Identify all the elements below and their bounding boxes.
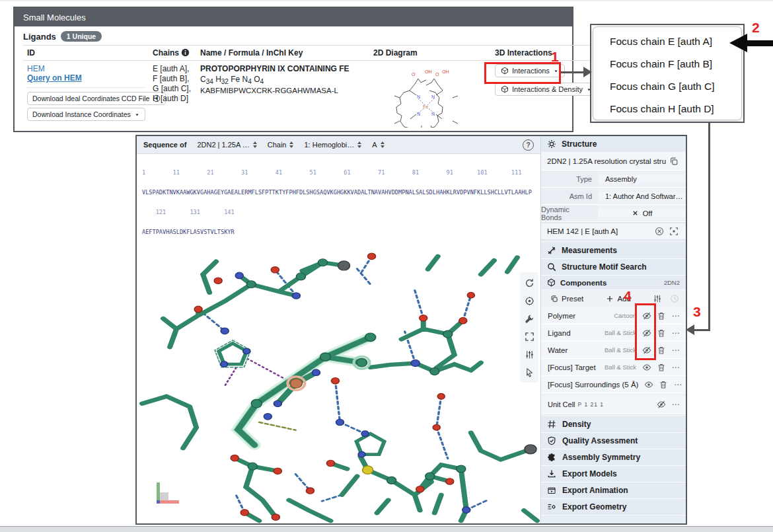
annotation-label-1: 1 xyxy=(551,49,559,65)
trash-icon[interactable] xyxy=(656,380,671,389)
molecular-scene xyxy=(137,251,540,523)
ligand-name: PROTOPORPHYRIN IX CONTAINING FE xyxy=(200,64,365,73)
menu-item-focus-chain-f[interactable]: Focus chain F [auth B] xyxy=(610,53,741,75)
screenshot-icon[interactable] xyxy=(523,294,536,307)
trash-icon[interactable] xyxy=(654,328,669,338)
structure-select[interactable]: 2DN2 | 1.25A … xyxy=(197,141,256,149)
updown-icon xyxy=(381,141,385,148)
visibility-on-icon[interactable] xyxy=(642,380,656,389)
svg-text:O: O xyxy=(412,72,416,77)
sequence-of-label: Sequence of xyxy=(143,141,186,149)
col-header-chains: Chains xyxy=(149,46,196,61)
film-box-icon xyxy=(547,486,556,495)
assembly-symmetry-section[interactable]: Assembly Symmetry xyxy=(541,449,686,466)
focus-chain-menu: Focus chain E [auth A] Focus chain F [au… xyxy=(593,26,742,120)
component-row-water[interactable]: Water Ball & Stick ⋯ xyxy=(541,342,686,359)
deselect-icon[interactable] xyxy=(652,227,667,236)
history-icon[interactable] xyxy=(667,294,682,303)
trash-icon[interactable] xyxy=(654,311,669,321)
components-entry-tag: 2DN2 xyxy=(664,279,680,286)
unit-cell-row[interactable]: Unit Cell P 1 21 1 ⋯ xyxy=(541,396,686,414)
sequence-ruler-2: 121 131 141 xyxy=(142,209,535,215)
more-options-icon[interactable]: ⋯ xyxy=(669,313,683,319)
type-value[interactable]: Assembly xyxy=(598,175,686,183)
dynamic-bonds-toggle[interactable]: Off xyxy=(598,209,686,217)
components-section[interactable]: Components 2DN2 xyxy=(541,276,686,290)
component-row-polymer[interactable]: Polymer Cartoon ⋯ xyxy=(541,307,686,324)
info-icon[interactable] xyxy=(181,48,190,57)
x-icon xyxy=(632,209,639,217)
chain-select[interactable]: Chain xyxy=(268,141,294,149)
structure-motif-search-section[interactable]: Structure Motif Search xyxy=(541,259,686,276)
annotation-arrow-2-head xyxy=(729,34,747,52)
expand-icon[interactable] xyxy=(523,330,536,343)
export-models-section[interactable]: Export Models xyxy=(541,466,686,482)
menu-item-focus-chain-g[interactable]: Focus chain G [auth C] xyxy=(610,75,741,98)
trash-icon[interactable] xyxy=(654,346,669,355)
preset-button[interactable]: Preset xyxy=(547,293,587,304)
axes-widget[interactable] xyxy=(157,481,179,504)
component-row-ligand[interactable]: Ligand Ball & Stick ⋯ xyxy=(541,324,686,342)
asm-id-row: Asm Id 1: Author And Softwar… xyxy=(541,188,686,205)
density-section[interactable]: Density xyxy=(541,416,686,433)
export-geometry-section[interactable]: Export Geometry xyxy=(541,499,686,515)
visibility-off-icon[interactable] xyxy=(654,400,669,409)
trash-icon[interactable] xyxy=(654,363,669,372)
menu-item-focus-chain-h[interactable]: Focus chain H [auth D] xyxy=(610,98,741,120)
3d-canvas[interactable] xyxy=(137,251,540,523)
component-row-focus-target[interactable]: [Focus] Target Ball & Stick ⋯ xyxy=(541,359,686,376)
component-options-icon[interactable] xyxy=(650,294,665,303)
reset-camera-icon[interactable] xyxy=(523,276,536,289)
col-header-id: ID xyxy=(23,46,149,61)
download-instance-button[interactable]: Download Instance Coordinates xyxy=(27,108,145,121)
chain-id-select[interactable]: A xyxy=(372,141,384,149)
molstar-viewer: Sequence of 2DN2 | 1.25A … Chain 1: Hemo… xyxy=(135,135,687,525)
viewport-controls xyxy=(520,272,538,383)
measurements-section[interactable]: Measurements xyxy=(541,243,686,259)
visibility-on-icon[interactable] xyxy=(640,363,654,372)
asm-id-value[interactable]: 1: Author And Softwar… xyxy=(598,192,686,200)
col-header-2d: 2D Diagram xyxy=(369,46,491,61)
component-row-focus-surroundings[interactable]: [Focus] Surroundings (5 Å) ⋯ xyxy=(541,376,686,393)
sequence-toolbar: Sequence of 2DN2 | 1.25A … Chain 1: Hemo… xyxy=(137,136,540,154)
copy-icon[interactable] xyxy=(667,157,681,166)
svg-text:N: N xyxy=(431,112,435,116)
sequence-line-1[interactable]: VLSPADKTNVKAAWGKVGAHAGEYGAEALERMFLSFPTTK… xyxy=(142,189,535,196)
hem-link[interactable]: HEM xyxy=(27,64,45,73)
puzzle-icon xyxy=(547,453,556,462)
more-options-icon[interactable]: ⋯ xyxy=(671,381,685,388)
download-icon xyxy=(547,469,556,478)
selection-mode-icon[interactable] xyxy=(523,365,536,379)
controls-toggle-icon[interactable] xyxy=(523,312,536,325)
ligand-formula: C34 H32 Fe N4 O4 xyxy=(200,75,365,85)
annotation-label-2: 2 xyxy=(752,20,760,36)
interactions-density-button[interactable]: Interactions & Density xyxy=(495,83,598,96)
connector-1-arrowhead xyxy=(583,67,592,77)
quality-assessment-section[interactable]: Quality Assessment xyxy=(541,433,686,449)
settings-sliders-icon[interactable] xyxy=(523,348,536,361)
structure-section-header[interactable]: Structure xyxy=(541,136,686,153)
entity-select[interactable]: 1: Hemoglobi… xyxy=(304,141,361,149)
sequence-panel[interactable]: 1 11 21 31 41 51 61 71 81 91 101 111 VLS… xyxy=(137,154,540,251)
export-animation-section[interactable]: Export Animation xyxy=(541,482,686,499)
menu-item-focus-chain-e[interactable]: Focus chain E [auth A] xyxy=(610,30,741,53)
structure-icon xyxy=(547,139,556,149)
col-header-3d: 3D Interactions xyxy=(491,46,590,61)
connector-3-horizontal xyxy=(694,329,710,331)
sequence-line-2[interactable]: AEFTPAVHASLDKFLASVSTVLTSKYR xyxy=(142,229,535,235)
more-options-icon[interactable]: ⋯ xyxy=(669,401,683,408)
annotation-box-1 xyxy=(484,62,561,84)
page-bottom-strip xyxy=(0,526,773,532)
more-options-icon[interactable]: ⋯ xyxy=(669,347,683,354)
help-icon[interactable]: ? xyxy=(523,139,534,151)
query-on-hem-link[interactable]: Query on HEM xyxy=(27,73,82,83)
structure-title-row[interactable]: 2DN2 | 1.25A resolution crystal stru… xyxy=(541,153,686,171)
card-title: Small Molecules xyxy=(15,8,572,26)
focus-icon[interactable] xyxy=(667,227,681,236)
more-options-icon[interactable]: ⋯ xyxy=(669,364,683,371)
page-top-divider xyxy=(0,0,773,1)
download-ccd-button[interactable]: Download Ideal Coordinates CCD File xyxy=(27,92,166,105)
more-options-icon[interactable]: ⋯ xyxy=(669,330,683,336)
connector-3-vertical xyxy=(708,123,710,331)
annotation-box-4 xyxy=(635,303,656,360)
